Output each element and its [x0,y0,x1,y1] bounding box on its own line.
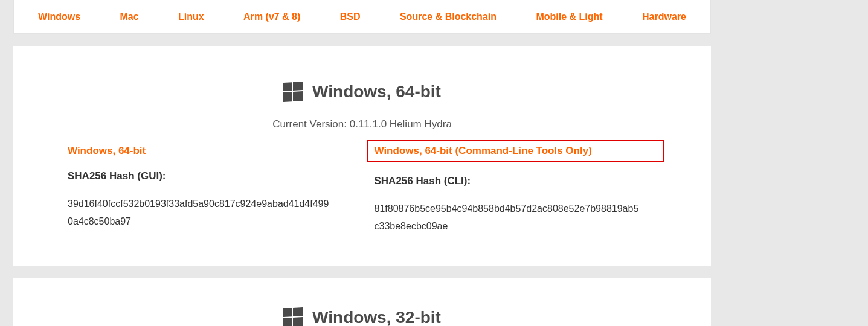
hash-value-gui: 39d16f40fccf532b0193f33afd5a90c817c924e9… [68,196,333,231]
windows-icon [283,82,303,102]
tab-mobile-light[interactable]: Mobile & Light [536,11,602,22]
download-link-cli[interactable]: Windows, 64-bit (Command-Line Tools Only… [375,145,592,157]
platform-tabs: Windows Mac Linux Arm (v7 & 8) BSD Sourc… [13,0,711,34]
hash-label-gui: SHA256 Hash (GUI): [68,170,350,182]
card-title: Windows, 32-bit [312,308,441,326]
card-title: Windows, 64-bit [312,82,441,101]
tab-source-blockchain[interactable]: Source & Blockchain [400,11,497,22]
hash-value-cli: 81f80876b5ce95b4c94b858bd4b57d2ac808e52e… [375,200,640,235]
tab-linux[interactable]: Linux [178,11,204,22]
cli-column: Windows, 64-bit (Command-Line Tools Only… [375,145,657,235]
download-card-win32: Windows, 32-bit [13,278,711,326]
tab-windows[interactable]: Windows [38,11,80,22]
tab-hardware[interactable]: Hardware [642,11,686,22]
windows-icon [283,307,303,326]
tab-bsd[interactable]: BSD [340,11,361,22]
tab-arm[interactable]: Arm (v7 & 8) [243,11,300,22]
version-text: Current Version: 0.11.1.0 Helium Hydra [68,118,657,130]
hash-label-cli: SHA256 Hash (CLI): [375,175,657,187]
tab-mac[interactable]: Mac [120,11,138,22]
gui-column: Windows, 64-bit SHA256 Hash (GUI): 39d16… [68,145,350,235]
download-card-win64: Windows, 64-bit Current Version: 0.11.1.… [13,46,711,266]
highlight-box: Windows, 64-bit (Command-Line Tools Only… [367,140,664,162]
download-link-gui[interactable]: Windows, 64-bit [68,145,146,157]
